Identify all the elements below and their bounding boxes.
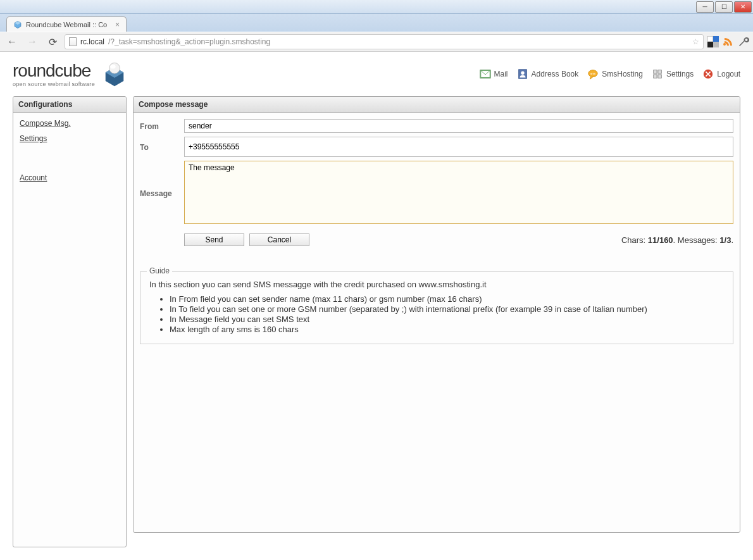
message-textarea[interactable] <box>184 161 733 224</box>
task-settings[interactable]: Settings <box>652 68 694 80</box>
svg-rect-14 <box>658 70 661 73</box>
os-window: ─ ☐ ✕ Roundcube Webmail :: Co × ← → ⟳ rc… <box>0 0 753 560</box>
svg-rect-4 <box>723 36 734 47</box>
svg-rect-16 <box>658 75 661 78</box>
mail-icon <box>480 68 491 80</box>
guide-item: In Message field you can set SMS text <box>170 314 724 324</box>
settings-icon <box>652 68 663 80</box>
guide-item: Max length of any sms is 160 chars <box>170 325 724 334</box>
forward-button[interactable]: → <box>24 34 40 50</box>
reload-button[interactable]: ⟳ <box>44 34 61 50</box>
guide-item: In From field you can set sender name (m… <box>170 294 724 304</box>
from-input[interactable] <box>184 119 733 133</box>
from-label: From <box>140 119 184 131</box>
svg-text:sms: sms <box>590 72 596 75</box>
main-layout: Configurations Compose Msg. Settings Acc… <box>0 96 753 560</box>
logout-icon <box>702 68 714 80</box>
browser-tab-strip: Roundcube Webmail :: Co × <box>0 14 753 32</box>
to-input[interactable] <box>184 137 733 157</box>
window-minimize-button[interactable]: ─ <box>696 1 714 13</box>
browser-toolbar: ← → ⟳ rc.local/?_task=smshosting&_action… <box>0 32 753 52</box>
app-logo: roundcube open source webmail software <box>13 61 128 87</box>
task-logout[interactable]: Logout <box>702 68 740 80</box>
app-header: roundcube open source webmail software M… <box>0 52 753 96</box>
wrench-icon[interactable] <box>738 36 749 47</box>
browser-extensions <box>707 36 749 47</box>
logo-name: roundcube <box>13 61 95 81</box>
roundcube-favicon-icon <box>13 20 22 29</box>
sms-icon: sms <box>587 68 599 80</box>
bookmark-star-icon[interactable]: ☆ <box>692 37 699 46</box>
logo-tagline: open source webmail software <box>13 81 95 87</box>
sidebar-link-settings[interactable]: Settings <box>20 134 120 143</box>
guide-item: In To field you can set one or more GSM … <box>170 304 724 314</box>
task-addressbook[interactable]: Address Book <box>517 68 579 80</box>
compose-form: From To Message <box>134 113 740 351</box>
roundcube-logo-icon <box>101 61 128 87</box>
svg-rect-1 <box>713 36 719 42</box>
window-maximize-button[interactable]: ☐ <box>715 1 733 13</box>
url-path: /?_task=smshosting&_action=plugin.smshos… <box>108 37 270 46</box>
svg-rect-0 <box>707 36 713 42</box>
svg-rect-3 <box>713 42 719 47</box>
window-titlebar: ─ ☐ ✕ <box>0 0 753 14</box>
guide-box: Guide In this section yuo can send SMS m… <box>140 271 733 344</box>
tab-close-icon[interactable]: × <box>115 20 120 29</box>
to-label: To <box>140 137 184 152</box>
sidebar: Configurations Compose Msg. Settings Acc… <box>13 96 127 547</box>
page-icon <box>69 37 77 46</box>
message-label: Message <box>140 161 184 198</box>
sidebar-link-account[interactable]: Account <box>20 173 120 182</box>
task-smshosting[interactable]: sms SmsHosting <box>587 68 643 80</box>
sidebar-title: Configurations <box>13 97 126 113</box>
roundcube-app: roundcube open source webmail software M… <box>0 52 753 560</box>
svg-rect-15 <box>654 75 657 78</box>
task-mail[interactable]: Mail <box>480 68 508 80</box>
content-panel: Compose message From To Message <box>133 96 740 533</box>
svg-rect-2 <box>707 42 713 47</box>
char-counter: Chars: 11/160. Messages: 1/3. <box>621 235 733 245</box>
task-bar: Mail Address Book sms SmsHosting Setting… <box>480 68 740 80</box>
svg-point-10 <box>521 72 524 75</box>
cancel-button[interactable]: Cancel <box>249 233 309 246</box>
sidebar-link-compose[interactable]: Compose Msg. <box>20 119 120 128</box>
svg-rect-13 <box>654 70 657 73</box>
browser-tab-title: Roundcube Webmail :: Co <box>26 21 107 28</box>
window-close-button[interactable]: ✕ <box>734 1 752 13</box>
back-button[interactable]: ← <box>4 34 20 50</box>
guide-legend: Guide <box>147 266 172 275</box>
svg-point-6 <box>110 65 115 69</box>
url-host: rc.local <box>80 37 104 46</box>
send-button[interactable]: Send <box>184 233 244 246</box>
content-title: Compose message <box>134 97 740 113</box>
guide-list: In From field you can set sender name (m… <box>170 294 724 334</box>
browser-tab[interactable]: Roundcube Webmail :: Co × <box>6 16 127 32</box>
extension-delicious-icon[interactable] <box>707 36 719 47</box>
guide-intro: In this section yuo can send SMS messagg… <box>149 280 724 289</box>
rss-icon[interactable] <box>723 36 734 47</box>
address-bar[interactable]: rc.local/?_task=smshosting&_action=plugi… <box>65 34 704 49</box>
addressbook-icon <box>517 68 528 80</box>
